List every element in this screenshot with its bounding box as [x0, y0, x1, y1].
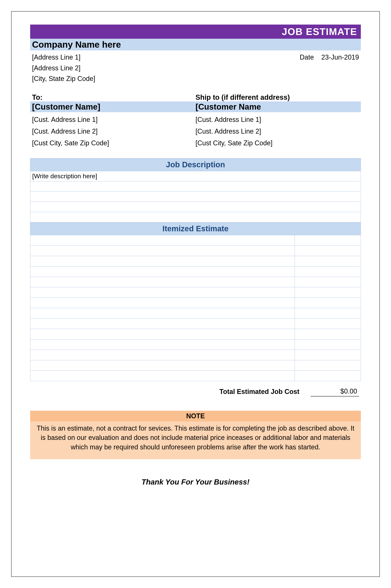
- total-label: Total Estimated Job Cost: [219, 388, 299, 396]
- address-line-1: [Address Line 1]: [32, 52, 81, 63]
- desc-row[interactable]: [30, 181, 361, 191]
- company-info-block: [Address Line 1] Date 23-Jun-2019 [Addre…: [30, 50, 361, 84]
- customer-name: [Customer Name]: [32, 102, 196, 111]
- job-description-header: Job Description: [30, 158, 361, 171]
- item-amount[interactable]: [295, 350, 361, 360]
- itemized-table: [30, 235, 361, 381]
- customer-address: [Cust. Address Line 1] [Cust. Address Li…: [32, 114, 196, 149]
- item-desc[interactable]: [30, 318, 295, 329]
- date-value: 23-Jun-2019: [321, 52, 359, 63]
- desc-row[interactable]: [30, 191, 361, 202]
- item-amount[interactable]: [295, 308, 361, 318]
- job-description-table: [Write description here]: [30, 171, 361, 222]
- desc-row[interactable]: [Write description here]: [30, 171, 361, 181]
- item-desc[interactable]: [30, 329, 295, 339]
- note-body: This is an estimate, not a contract for …: [30, 422, 361, 459]
- ship-to-label: Ship to (if different address): [196, 93, 359, 101]
- title-bar: JOB ESTIMATE: [30, 25, 361, 39]
- estimate-page: JOB ESTIMATE Company Name here [Address …: [11, 11, 380, 577]
- item-amount[interactable]: [295, 318, 361, 329]
- ship-addr-2: [Cust. Address Line 2]: [196, 125, 359, 137]
- item-amount[interactable]: [295, 277, 361, 287]
- item-desc[interactable]: [30, 339, 295, 350]
- company-name: Company Name here: [30, 39, 361, 50]
- total-row: Total Estimated Job Cost $0.00: [30, 387, 361, 397]
- item-desc[interactable]: [30, 308, 295, 318]
- ship-addr-1: [Cust. Address Line 1]: [196, 114, 359, 125]
- item-amount[interactable]: [295, 360, 361, 370]
- item-amount[interactable]: [295, 297, 361, 308]
- item-amount[interactable]: [295, 287, 361, 297]
- item-desc[interactable]: [30, 245, 295, 256]
- ship-to-address: [Cust. Address Line 1] [Cust. Address Li…: [196, 114, 359, 149]
- cust-city: [Cust City, Sate Zip Code]: [32, 137, 196, 149]
- item-desc[interactable]: [30, 350, 295, 360]
- recipient-labels: To: Ship to (if different address): [30, 93, 361, 101]
- desc-row[interactable]: [30, 212, 361, 222]
- cust-addr-2: [Cust. Address Line 2]: [32, 125, 196, 137]
- thank-you: Thank You For Your Business!: [30, 478, 361, 486]
- itemized-estimate-header: Itemized Estimate: [30, 222, 361, 235]
- note-header: NOTE: [30, 411, 361, 422]
- ship-city: [Cust City, Sate Zip Code]: [196, 137, 359, 149]
- item-desc[interactable]: [30, 287, 295, 297]
- date-label: Date: [300, 52, 314, 63]
- item-desc[interactable]: [30, 360, 295, 370]
- item-desc[interactable]: [30, 266, 295, 277]
- total-value: $0.00: [310, 387, 359, 397]
- desc-row[interactable]: [30, 202, 361, 212]
- address-columns: [Cust. Address Line 1] [Cust. Address Li…: [30, 112, 361, 149]
- item-desc[interactable]: [30, 277, 295, 287]
- ship-to-name: [Customer Name: [196, 102, 359, 111]
- item-desc[interactable]: [30, 256, 295, 266]
- item-amount[interactable]: [295, 266, 361, 277]
- to-label: To:: [32, 93, 196, 101]
- item-desc[interactable]: [30, 370, 295, 381]
- city-state-zip: [City, State Zip Code]: [32, 73, 359, 84]
- item-desc[interactable]: [30, 297, 295, 308]
- item-amount[interactable]: [295, 245, 361, 256]
- cust-addr-1: [Cust. Address Line 1]: [32, 114, 196, 125]
- item-amount[interactable]: [295, 235, 361, 245]
- item-amount[interactable]: [295, 339, 361, 350]
- item-amount[interactable]: [295, 329, 361, 339]
- item-amount[interactable]: [295, 370, 361, 381]
- item-amount[interactable]: [295, 256, 361, 266]
- address-line-2: [Address Line 2]: [32, 63, 359, 74]
- item-desc[interactable]: [30, 235, 295, 245]
- customer-name-bar: [Customer Name] [Customer Name: [30, 101, 361, 112]
